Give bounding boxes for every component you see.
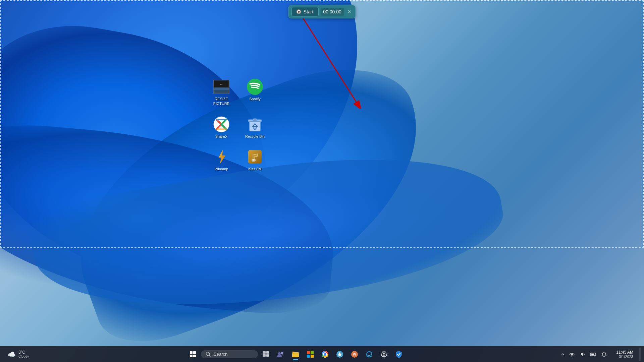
spotify-label: Spotify [243,97,267,101]
desktop-icon-kissfm[interactable]: Kiss FM [241,147,268,173]
windows-logo-icon [190,351,196,357]
active-indicator [293,359,298,360]
desktop-icons-container: ↔ RESIZE PICTURE Spotify [208,77,268,173]
svg-marker-39 [581,352,583,356]
app11-button[interactable] [392,348,406,361]
settings-button[interactable] [377,348,391,361]
svg-rect-26 [292,352,299,357]
taskview-icon [262,350,270,358]
winamp-icon [213,149,229,165]
weather-condition: Cloudy [18,355,29,358]
chat-button[interactable] [274,348,287,361]
record-icon [297,9,301,14]
svg-point-17 [253,159,256,162]
taskbar-right: 11:45 AM 3/1/2023 [559,348,644,361]
weather-icon: ☁️ [7,350,16,358]
edge-button[interactable] [363,348,376,361]
chrome-icon [321,350,329,358]
sharex-label: ShareX [210,134,233,139]
spotify-icon [247,79,263,95]
desktop-icon-winamp[interactable]: Winamp [208,147,235,173]
edge-icon [365,350,373,358]
clock-widget[interactable]: 11:45 AM 3/1/2023 [610,349,637,359]
kissfm-icon [247,149,263,165]
svg-rect-29 [307,355,310,358]
svg-rect-20 [263,351,266,354]
desktop-icon-spotify[interactable]: Spotify [241,77,268,108]
recycle-bin-icon [247,116,263,132]
taskbar-left: ☁️ 3°C Cloudy [0,349,32,360]
svg-point-37 [383,353,385,355]
app7-button[interactable] [333,348,346,361]
notification-icon [601,351,607,357]
search-bar-text: Search [214,352,227,357]
desktop-icon-recycle-bin[interactable]: Recycle Bin [241,115,268,140]
svg-text:W: W [353,353,356,356]
winamp-label: Winamp [210,167,233,171]
app11-icon [395,350,403,358]
desktop-icon-resize-picture[interactable]: ↔ RESIZE PICTURE [208,77,235,108]
svg-text:↔: ↔ [220,82,223,86]
chevron-up-icon [561,352,565,356]
svg-line-19 [209,355,211,356]
clock-time: 11:45 AM [616,350,633,355]
ms-store-button[interactable] [304,348,317,361]
desktop: Start 00:00:00 × ↔ [0,0,644,362]
sharex-icon [213,116,229,132]
tray-icon-notifications[interactable] [599,349,609,359]
svg-rect-27 [307,351,310,354]
file-explorer-button[interactable] [289,348,302,361]
recording-toolbar: Start 00:00:00 × [288,5,356,18]
wallpaper [0,0,644,362]
svg-point-33 [324,353,326,356]
wifi-icon [569,351,575,357]
taskbar-center: Search [32,348,559,361]
svg-rect-12 [253,119,257,120]
app8-icon: W [351,350,359,358]
app7-icon [336,350,344,358]
svg-rect-30 [311,355,314,358]
resize-picture-label: RESIZE PICTURE [210,97,233,106]
tray-icon-battery[interactable] [588,349,598,359]
svg-rect-23 [266,354,269,357]
desktop-icon-sharex[interactable]: ShareX [208,115,235,140]
resize-picture-icon: ↔ [213,79,229,95]
svg-point-8 [247,79,263,95]
chat-icon [277,350,285,358]
timer-display: 00:00:00 [320,8,344,16]
show-desktop-button[interactable] [639,348,641,361]
app8-button[interactable]: W [348,348,361,361]
clock-date: 3/1/2023 [619,355,633,359]
taskview-button[interactable] [259,348,273,361]
settings-icon [380,350,388,358]
svg-rect-42 [596,354,596,355]
weather-temp: 3°C [18,350,29,355]
close-toolbar-button[interactable]: × [346,8,353,15]
search-icon [206,352,211,357]
svg-marker-14 [219,150,225,164]
file-explorer-icon [291,350,300,358]
weather-widget[interactable]: ☁️ 3°C Cloudy [4,349,32,360]
svg-rect-41 [591,353,594,355]
taskbar-search[interactable]: Search [201,350,258,358]
svg-point-38 [572,356,572,357]
taskbar: ☁️ 3°C Cloudy Searc [0,346,644,362]
volume-icon [580,351,586,357]
tray-icon-volume[interactable] [578,349,588,359]
start-button[interactable] [186,348,200,361]
start-recording-button[interactable]: Start [291,7,319,16]
svg-rect-22 [263,354,266,357]
show-hidden-icons-button[interactable] [559,352,566,356]
svg-point-25 [281,352,283,354]
tray-icon-wifi[interactable] [567,349,577,359]
ms-store-icon [306,350,314,358]
weather-info: 3°C Cloudy [18,350,29,358]
svg-rect-28 [311,351,314,354]
recycle-bin-label: Recycle Bin [243,134,267,139]
svg-rect-21 [266,351,269,354]
svg-point-24 [278,352,281,355]
svg-rect-4 [214,87,229,90]
battery-icon [590,351,597,357]
chrome-button[interactable] [318,348,332,361]
start-label: Start [304,9,314,14]
